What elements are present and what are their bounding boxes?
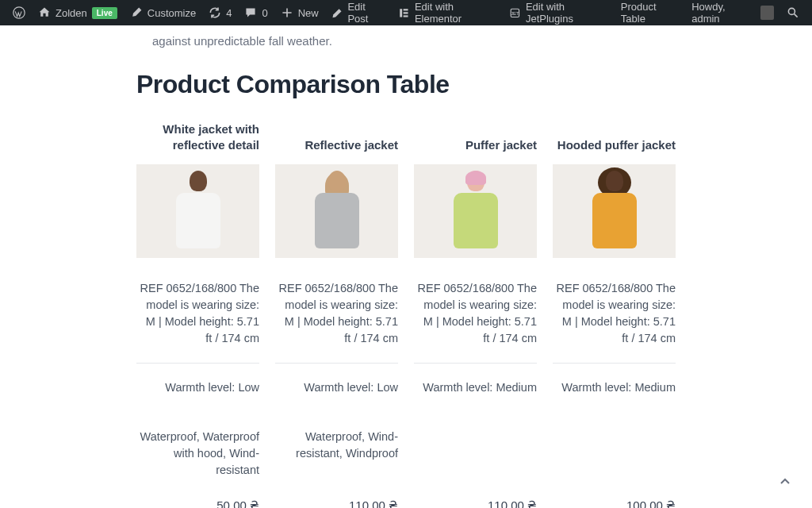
edit-post-link[interactable]: Edit Post bbox=[325, 0, 393, 25]
howdy-label: Howdy, admin bbox=[691, 1, 753, 25]
divider bbox=[414, 363, 537, 364]
features-value bbox=[553, 429, 676, 491]
brush-icon bbox=[130, 6, 143, 19]
compare-col: White jacket with reflective detail REF … bbox=[136, 118, 259, 508]
admin-bar-right: Howdy, admin bbox=[685, 0, 806, 25]
edit-post-label: Edit Post bbox=[347, 1, 385, 25]
product-ref: REF 0652/168/800 The model is wearing si… bbox=[553, 280, 676, 347]
updates-link[interactable]: 4 bbox=[202, 0, 238, 25]
price-value: 110,00 ₴ bbox=[275, 498, 398, 508]
features-value: Waterproof, Wind-resistant, Windproof bbox=[275, 429, 398, 491]
svg-rect-4 bbox=[404, 15, 408, 17]
svg-rect-1 bbox=[400, 9, 402, 17]
svg-point-0 bbox=[13, 7, 25, 18]
features-value bbox=[414, 429, 537, 491]
product-table-link[interactable]: Product Table bbox=[615, 0, 685, 25]
intro-text: against unpredictable fall weather. bbox=[136, 32, 676, 51]
product-image[interactable] bbox=[414, 164, 537, 258]
new-link[interactable]: New bbox=[274, 0, 325, 25]
compare-grid: White jacket with reflective detail REF … bbox=[136, 118, 676, 508]
features-value: Waterproof, Waterproof with hood, Wind-r… bbox=[136, 429, 259, 491]
scroll-to-top-button[interactable] bbox=[777, 473, 793, 489]
jetplugins-icon: JET bbox=[509, 6, 521, 19]
comments-count: 0 bbox=[262, 7, 267, 19]
divider bbox=[553, 363, 676, 364]
divider bbox=[275, 363, 398, 364]
wp-admin-bar: Zolden Live Customize 4 0 New bbox=[0, 0, 812, 25]
product-image[interactable] bbox=[136, 164, 259, 258]
svg-rect-3 bbox=[404, 12, 408, 13]
svg-rect-2 bbox=[404, 9, 408, 10]
edit-jetplugins-label: Edit with JetPlugins bbox=[526, 1, 608, 25]
price-value: 110,00 ₴ bbox=[414, 498, 537, 508]
edit-elementor-link[interactable]: Edit with Elementor bbox=[392, 0, 503, 25]
product-title: Hooded puffer jacket bbox=[553, 118, 676, 153]
search-icon bbox=[787, 6, 799, 19]
product-title: White jacket with reflective detail bbox=[136, 118, 259, 153]
search-toggle[interactable] bbox=[780, 0, 806, 25]
site-name-label: Zolden bbox=[56, 7, 87, 19]
updates-count: 4 bbox=[226, 7, 232, 19]
product-table-label: Product Table bbox=[621, 1, 679, 25]
product-title: Reflective jacket bbox=[275, 118, 398, 153]
elementor-icon bbox=[398, 6, 410, 19]
warmth-value: Warmth level: Medium bbox=[553, 379, 676, 429]
divider bbox=[136, 363, 259, 364]
content-wrap: against unpredictable fall weather. Prod… bbox=[121, 25, 691, 508]
warmth-value: Warmth level: Low bbox=[275, 379, 398, 429]
live-badge: Live bbox=[92, 7, 117, 19]
comment-icon bbox=[244, 6, 257, 19]
compare-col: Reflective jacket REF 0652/168/800 The m… bbox=[275, 118, 398, 508]
svg-point-7 bbox=[788, 8, 795, 14]
new-label: New bbox=[298, 7, 319, 19]
warmth-value: Warmth level: Medium bbox=[414, 379, 537, 429]
pencil-icon bbox=[331, 6, 343, 19]
svg-text:JET: JET bbox=[511, 11, 519, 16]
chevron-up-icon bbox=[777, 473, 793, 489]
product-ref: REF 0652/168/800 The model is wearing si… bbox=[414, 280, 537, 347]
compare-col: Hooded puffer jacket REF 0652/168/800 Th… bbox=[553, 118, 676, 508]
comments-link[interactable]: 0 bbox=[238, 0, 274, 25]
customize-link[interactable]: Customize bbox=[124, 0, 202, 25]
product-ref: REF 0652/168/800 The model is wearing si… bbox=[136, 280, 259, 347]
price-value: 50,00 ₴ bbox=[136, 498, 259, 508]
product-title: Puffer jacket bbox=[414, 118, 537, 153]
product-image[interactable] bbox=[553, 164, 676, 258]
price-value: 100,00 ₴ bbox=[553, 498, 676, 508]
customize-label: Customize bbox=[147, 7, 196, 19]
product-ref: REF 0652/168/800 The model is wearing si… bbox=[275, 280, 398, 347]
wordpress-icon bbox=[13, 6, 25, 19]
plus-icon bbox=[281, 6, 293, 19]
comparison-title: Product Comparison Table bbox=[136, 70, 676, 99]
warmth-value: Warmth level: Low bbox=[136, 379, 259, 429]
admin-bar-left: Zolden Live Customize 4 0 New bbox=[6, 0, 685, 25]
compare-col: Puffer jacket REF 0652/168/800 The model… bbox=[414, 118, 537, 508]
edit-elementor-label: Edit with Elementor bbox=[415, 1, 496, 25]
howdy-link[interactable]: Howdy, admin bbox=[685, 0, 780, 25]
product-image[interactable] bbox=[275, 164, 398, 258]
edit-jetplugins-link[interactable]: JET Edit with JetPlugins bbox=[503, 0, 615, 25]
site-name-link[interactable]: Zolden Live bbox=[32, 0, 124, 25]
wp-logo[interactable] bbox=[6, 0, 32, 25]
update-icon bbox=[209, 6, 221, 19]
avatar bbox=[760, 6, 774, 20]
home-icon bbox=[38, 6, 51, 19]
